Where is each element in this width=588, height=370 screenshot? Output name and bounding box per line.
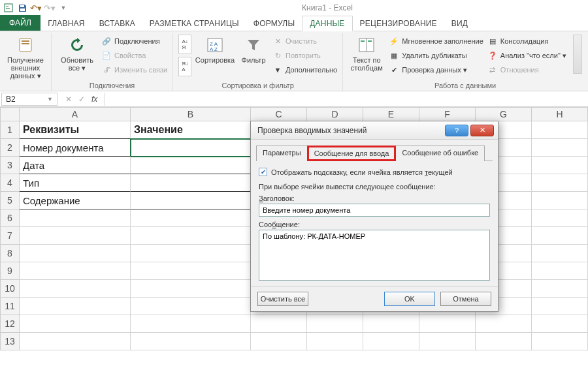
tab-formulas[interactable]: ФОРМУЛЫ: [246, 16, 302, 31]
cell[interactable]: [251, 333, 307, 350]
cell[interactable]: Тип: [20, 174, 131, 192]
cell[interactable]: Значение: [131, 121, 251, 139]
cell[interactable]: [20, 209, 131, 227]
cell[interactable]: [532, 209, 588, 227]
message-textarea[interactable]: [259, 230, 490, 281]
cell[interactable]: [131, 315, 251, 333]
cell[interactable]: [20, 298, 131, 315]
cell[interactable]: [307, 315, 363, 333]
cell[interactable]: [532, 174, 588, 192]
fx-icon[interactable]: fx: [91, 95, 97, 104]
properties-button[interactable]: 📄Свойства: [101, 49, 167, 62]
cell[interactable]: [532, 157, 588, 174]
col-header-E[interactable]: E: [363, 107, 419, 121]
clear-all-button[interactable]: Очистить все: [257, 292, 308, 306]
cell[interactable]: [131, 298, 251, 315]
name-box[interactable]: B2 ▼: [1, 93, 57, 106]
cell[interactable]: [532, 262, 588, 280]
cell[interactable]: [363, 315, 419, 333]
cell[interactable]: [532, 280, 588, 298]
cell[interactable]: [419, 333, 476, 350]
advanced-filter-button[interactable]: ▼Дополнительно: [272, 63, 337, 76]
flash-fill-button[interactable]: ⚡Мгновенное заполнение: [389, 35, 483, 48]
row-header[interactable]: 2: [0, 139, 20, 157]
title-input[interactable]: [259, 204, 490, 217]
formula-input[interactable]: [104, 93, 588, 106]
row-header[interactable]: 10: [0, 280, 20, 298]
cell[interactable]: [131, 227, 251, 245]
cell[interactable]: [363, 333, 419, 350]
row-header[interactable]: 9: [0, 262, 20, 280]
tab-view[interactable]: ВИД: [444, 16, 475, 31]
cell[interactable]: [532, 245, 588, 262]
row-header[interactable]: 8: [0, 245, 20, 262]
cell[interactable]: [20, 280, 131, 298]
redo-icon[interactable]: ↷▾: [44, 2, 56, 14]
row-header[interactable]: 4: [0, 174, 20, 192]
cell[interactable]: [532, 315, 588, 333]
cell[interactable]: [131, 262, 251, 280]
cell[interactable]: Реквизиты: [20, 121, 131, 139]
ok-button[interactable]: OK: [384, 292, 435, 306]
help-button[interactable]: ?: [445, 125, 468, 136]
sort-desc-button[interactable]: Я↓A: [178, 57, 191, 76]
col-header-F[interactable]: F: [419, 107, 476, 121]
data-validation-button[interactable]: ✔Проверка данных ▾: [389, 63, 483, 76]
cell[interactable]: [131, 139, 251, 157]
row-header[interactable]: 5: [0, 192, 20, 209]
save-icon[interactable]: [16, 2, 28, 14]
cell[interactable]: [131, 192, 251, 209]
cell[interactable]: Дата: [20, 157, 131, 174]
cell[interactable]: [476, 315, 532, 333]
row-header[interactable]: 1: [0, 121, 20, 139]
cell[interactable]: [251, 315, 307, 333]
refresh-all-button[interactable]: Обновить все ▾: [57, 35, 97, 72]
remove-duplicates-button[interactable]: ▦Удалить дубликаты: [389, 49, 483, 62]
cell[interactable]: [131, 157, 251, 174]
edit-links-button[interactable]: 🖇Изменить связи: [101, 63, 167, 76]
col-header-G[interactable]: G: [476, 107, 532, 121]
cancel-button[interactable]: Отмена: [440, 292, 491, 306]
cell[interactable]: [532, 298, 588, 315]
cell[interactable]: [20, 245, 131, 262]
row-header[interactable]: 11: [0, 298, 20, 315]
cell[interactable]: Содержание: [20, 192, 131, 209]
cell[interactable]: [131, 174, 251, 192]
whatif-button[interactable]: ❓Анализ "что если" ▾: [487, 49, 566, 62]
cell[interactable]: [532, 227, 588, 245]
cell[interactable]: [532, 139, 588, 157]
clear-filter-button[interactable]: ✕Очистить: [272, 35, 337, 48]
col-header-H[interactable]: H: [532, 107, 588, 121]
tab-review[interactable]: РЕЦЕНЗИРОВАНИЕ: [353, 16, 444, 31]
row-header[interactable]: 7: [0, 227, 20, 245]
cell[interactable]: [532, 192, 588, 209]
get-external-data-button[interactable]: Получение внешних данных ▾: [5, 35, 46, 80]
cell[interactable]: [20, 262, 131, 280]
group-overflow[interactable]: [573, 35, 582, 74]
cell[interactable]: [131, 280, 251, 298]
consolidate-button[interactable]: ▤Консолидация: [487, 35, 566, 48]
cell[interactable]: [419, 315, 476, 333]
undo-icon[interactable]: ↶▾: [30, 2, 42, 14]
cell[interactable]: [131, 245, 251, 262]
col-header-C[interactable]: C: [251, 107, 307, 121]
sort-asc-button[interactable]: A↓Я: [178, 35, 191, 54]
dialog-tab-input-message[interactable]: Сообщение для ввода: [307, 146, 397, 161]
cell[interactable]: [131, 333, 251, 350]
text-to-columns-button[interactable]: Текст по столбцам: [348, 35, 385, 72]
cell[interactable]: Номер документа: [20, 139, 131, 157]
cell[interactable]: [20, 315, 131, 333]
select-all-corner[interactable]: [0, 107, 20, 121]
col-header-B[interactable]: B: [131, 107, 251, 121]
cell[interactable]: [20, 227, 131, 245]
show-input-message-checkbox[interactable]: ✔: [259, 168, 267, 176]
dialog-tab-error-alert[interactable]: Сообщение об ошибке: [395, 146, 485, 161]
dialog-tab-parameters[interactable]: Параметры: [256, 146, 308, 161]
cell[interactable]: [131, 209, 251, 227]
reapply-button[interactable]: ↻Повторить: [272, 49, 337, 62]
connections-button[interactable]: 🔗Подключения: [101, 35, 167, 48]
tab-file[interactable]: ФАЙЛ: [0, 15, 41, 31]
filter-button[interactable]: Фильтр: [238, 35, 269, 64]
close-button[interactable]: ✕: [470, 125, 494, 136]
dialog-titlebar[interactable]: Проверка вводимых значений ? ✕: [251, 121, 498, 140]
